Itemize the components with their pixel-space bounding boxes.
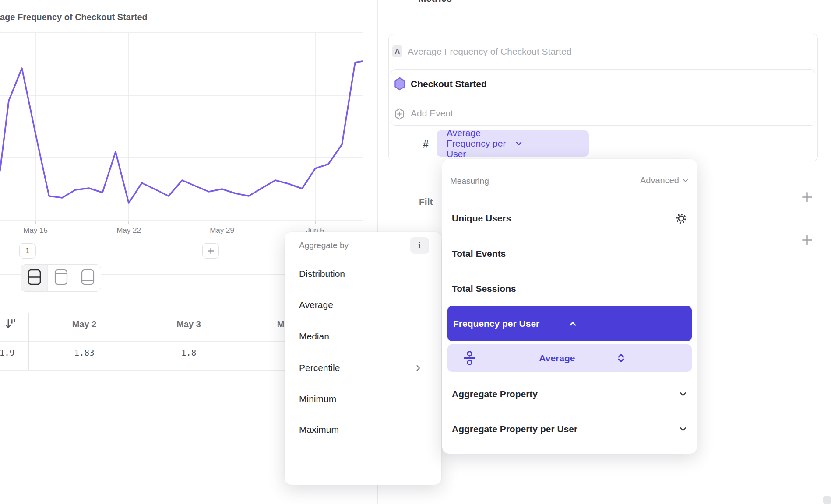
- menu-item-average-sub-selected[interactable]: Average: [447, 344, 692, 372]
- add-filter-button[interactable]: [800, 190, 813, 203]
- top-pane-icon: [54, 269, 68, 287]
- gear-icon[interactable]: [675, 212, 687, 227]
- measuring-menu: Measuring Advanced Unique Users Total Ev…: [442, 159, 697, 454]
- measuring-header: Measuring: [450, 176, 489, 186]
- hash-symbol: #: [423, 139, 429, 150]
- chevron-down-icon: [515, 140, 583, 147]
- add-event-icon: [394, 108, 405, 122]
- menu-item-minimum[interactable]: Minimum: [299, 394, 336, 404]
- chart-title: age Frequency of Checkout Started: [0, 12, 148, 22]
- chevron-right-icon: [414, 364, 422, 374]
- page-number-button[interactable]: 1: [19, 243, 36, 259]
- metrics-section-title: Metrics: [418, 0, 452, 4]
- app-window: age Frequency of Checkout Started May 15…: [0, 0, 831, 504]
- info-icon[interactable]: i: [410, 237, 429, 254]
- menu-item-aggregate-property[interactable]: Aggregate Property: [452, 389, 538, 399]
- menu-item-median[interactable]: Median: [299, 331, 329, 342]
- table-column-header[interactable]: May 2: [28, 319, 141, 329]
- menu-item-total-events[interactable]: Total Events: [452, 248, 506, 259]
- page-number-label: 1: [25, 247, 29, 256]
- menu-item-distribution[interactable]: Distribution: [299, 269, 345, 279]
- filters-section-title-clipped: Filt: [419, 196, 433, 207]
- chevron-up-icon: [568, 319, 683, 328]
- menu-item-aggregate-property-per-user[interactable]: Aggregate Property per User: [452, 424, 577, 434]
- layout-split-view-button[interactable]: [21, 265, 47, 291]
- table-cell-clipped: 1.9: [0, 348, 23, 357]
- x-axis-label: May 22: [111, 226, 146, 235]
- plus-icon: [207, 247, 215, 255]
- x-axis-label: May 15: [18, 226, 53, 235]
- chevron-down-icon: [682, 177, 689, 184]
- up-down-chevrons-icon: [616, 353, 684, 363]
- layout-toggle-group: [21, 264, 101, 292]
- menu-item-total-sessions[interactable]: Total Sessions: [452, 284, 516, 294]
- advanced-label: Advanced: [640, 175, 679, 186]
- selected-item-label: Frequency per User: [453, 318, 568, 329]
- table-cell: 1.83: [28, 348, 141, 357]
- bottom-pane-icon: [81, 269, 95, 287]
- metric-letter-badge: A: [392, 46, 402, 57]
- sort-icon[interactable]: [0, 318, 23, 333]
- layout-table-only-button[interactable]: [74, 265, 101, 291]
- menu-item-average[interactable]: Average: [299, 300, 333, 310]
- chevron-down-icon: [679, 425, 687, 435]
- chevron-down-icon: [679, 390, 687, 400]
- menu-item-unique-users[interactable]: Unique Users: [452, 213, 511, 224]
- average-divide-icon: [462, 350, 529, 366]
- event-hexagon-icon: [394, 77, 405, 92]
- sub-selected-label: Average: [539, 353, 606, 364]
- metric-title-input[interactable]: Average Frequency of Checkout Started: [408, 46, 571, 57]
- event-card: [391, 69, 815, 126]
- table-cell: 1.8: [141, 348, 237, 357]
- menu-item-frequency-per-user-selected[interactable]: Frequency per User: [447, 306, 692, 341]
- menu-item-percentile[interactable]: Percentile: [299, 363, 340, 373]
- advanced-toggle[interactable]: Advanced: [640, 175, 689, 186]
- table-column-header[interactable]: May 3: [141, 319, 237, 329]
- aggregate-by-menu: Aggregate by i Distribution Average Medi…: [285, 232, 441, 485]
- x-axis-label: May 29: [204, 226, 239, 235]
- resize-corner-handle[interactable]: [823, 496, 831, 504]
- plus-icon: [801, 191, 813, 203]
- measurement-dropdown-label: Average Frequency per User: [447, 128, 515, 159]
- measurement-dropdown-button[interactable]: Average Frequency per User: [437, 130, 589, 157]
- event-name[interactable]: Checkout Started: [411, 79, 487, 89]
- plus-icon: [801, 234, 813, 246]
- add-breakdown-button[interactable]: [800, 233, 813, 246]
- aggregate-by-header: Aggregate by: [299, 241, 349, 250]
- line-chart[interactable]: [0, 26, 363, 228]
- split-rows-icon: [28, 269, 41, 287]
- add-event-button[interactable]: Add Event: [411, 108, 453, 119]
- table-column-separator: [28, 313, 29, 370]
- add-button[interactable]: [202, 243, 219, 259]
- layout-chart-only-button[interactable]: [47, 265, 74, 291]
- info-glyph: i: [417, 241, 422, 250]
- menu-item-maximum[interactable]: Maximum: [299, 424, 339, 435]
